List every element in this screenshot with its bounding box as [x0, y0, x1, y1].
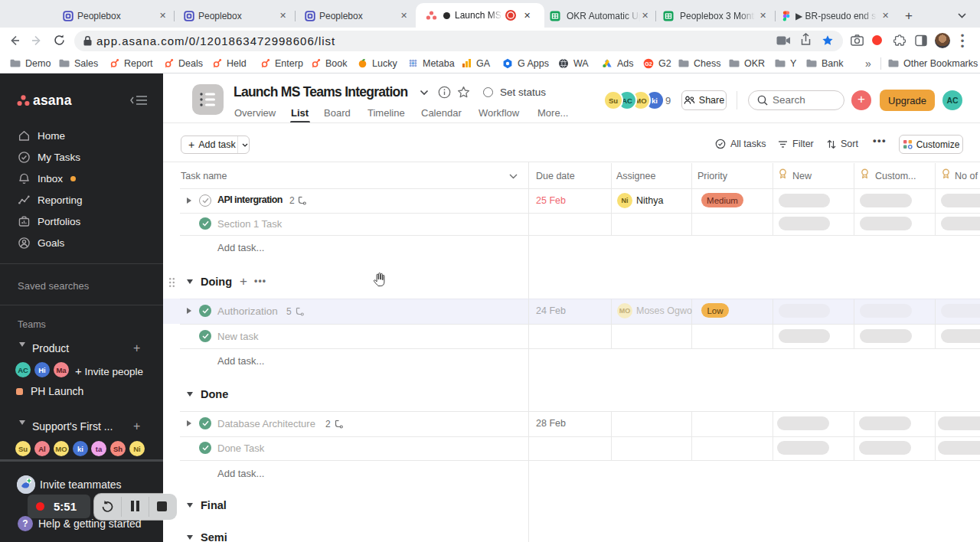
svg-text:G2: G2 [645, 60, 652, 67]
